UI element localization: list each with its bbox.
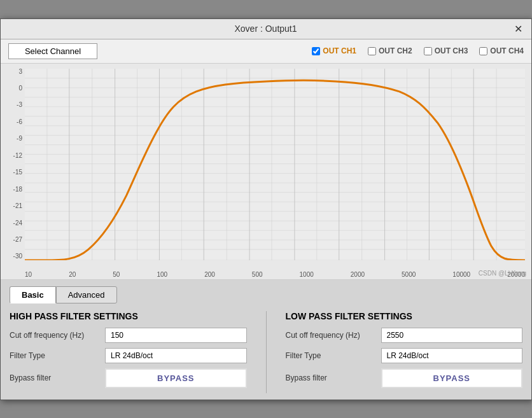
panel-divider xyxy=(266,311,267,393)
filter-panels: HIGH PASS FILTER SETTINGS Cut off freque… xyxy=(10,311,522,393)
high-pass-cutoff-label: Cut off frequency (Hz) xyxy=(10,331,99,340)
channel-option-ch1[interactable]: OUT CH1 xyxy=(312,46,356,55)
tab-basic[interactable]: Basic xyxy=(10,286,56,303)
x-label-50: 50 xyxy=(113,271,120,278)
x-label-1000: 1000 xyxy=(300,271,314,278)
channel-checkbox-ch3[interactable] xyxy=(424,47,432,55)
x-label-200: 200 xyxy=(204,271,215,278)
x-label-20: 20 xyxy=(69,271,76,278)
channel-checkbox-ch2[interactable] xyxy=(368,47,376,55)
high-pass-panel: HIGH PASS FILTER SETTINGS Cut off freque… xyxy=(10,311,247,393)
chart-canvas xyxy=(25,69,525,260)
y-label-n21: -21 xyxy=(13,203,22,209)
channel-checkbox-ch1[interactable] xyxy=(312,47,320,55)
high-pass-title: HIGH PASS FILTER SETTINGS xyxy=(10,311,247,321)
x-label-10: 10 xyxy=(25,271,32,278)
high-pass-bypass-label: Bypass filter xyxy=(10,373,99,382)
y-label-n30: -30 xyxy=(13,253,22,260)
window-title: Xover : Output1 xyxy=(20,24,512,34)
channel-option-ch4[interactable]: OUT CH4 xyxy=(479,46,524,55)
channel-options: OUT CH1 OUT CH2 OUT CH3 OUT CH4 xyxy=(312,46,524,55)
y-axis-labels: 3 0 -3 -6 -9 -12 -15 -18 -21 -24 -27 -30 xyxy=(1,69,25,260)
high-pass-type-input[interactable] xyxy=(105,348,247,363)
low-pass-bypass-label: Bypass filter xyxy=(286,373,375,382)
high-pass-type-label: Filter Type xyxy=(10,351,99,360)
tab-bar: Basic Advanced xyxy=(10,286,522,303)
high-pass-cutoff-row: Cut off frequency (Hz) xyxy=(10,328,247,343)
high-pass-cutoff-input[interactable] xyxy=(105,328,247,343)
low-pass-bypass-button[interactable]: BYPASS xyxy=(381,368,523,388)
y-label-n3: -3 xyxy=(17,102,22,108)
y-label-n9: -9 xyxy=(17,136,22,142)
x-label-100: 100 xyxy=(157,271,167,278)
select-channel-button[interactable]: Select Channel xyxy=(8,43,97,59)
low-pass-type-input[interactable] xyxy=(381,348,523,363)
y-label-n12: -12 xyxy=(13,153,22,159)
toolbar: Select Channel OUT CH1 OUT CH2 OUT CH3 O… xyxy=(1,39,531,64)
low-pass-cutoff-label: Cut off frequency (Hz) xyxy=(286,331,375,340)
y-label-n27: -27 xyxy=(13,237,22,243)
low-pass-type-row: Filter Type xyxy=(286,348,523,363)
y-label-n24: -24 xyxy=(13,220,22,226)
chart-svg xyxy=(25,69,525,260)
tab-advanced[interactable]: Advanced xyxy=(56,286,117,303)
channel-option-ch3[interactable]: OUT CH3 xyxy=(424,46,468,55)
high-pass-bypass-row: Bypass filter BYPASS xyxy=(10,368,247,388)
x-label-5000: 5000 xyxy=(402,271,416,278)
high-pass-type-row: Filter Type xyxy=(10,348,247,363)
y-label-3: 3 xyxy=(18,69,22,75)
x-label-500: 500 xyxy=(252,271,263,278)
x-axis-labels: 10 20 50 100 200 500 1000 2000 5000 1000… xyxy=(25,271,525,278)
bottom-panel: Basic Advanced HIGH PASS FILTER SETTINGS… xyxy=(1,280,531,400)
low-pass-panel: LOW PASS FILTER SETTINGS Cut off frequen… xyxy=(286,311,523,393)
x-label-2000: 2000 xyxy=(351,271,365,278)
y-label-n18: -18 xyxy=(13,186,22,193)
y-label-n6: -6 xyxy=(17,119,22,125)
low-pass-title: LOW PASS FILTER SETTINGS xyxy=(286,311,523,321)
high-pass-bypass-button[interactable]: BYPASS xyxy=(105,368,247,388)
low-pass-type-label: Filter Type xyxy=(286,351,375,360)
close-button[interactable]: ✕ xyxy=(512,23,525,35)
channel-option-ch2[interactable]: OUT CH2 xyxy=(368,46,412,55)
low-pass-cutoff-input[interactable] xyxy=(381,328,523,343)
y-label-0: 0 xyxy=(18,85,22,92)
channel-checkbox-ch4[interactable] xyxy=(479,47,487,55)
low-pass-cutoff-row: Cut off frequency (Hz) xyxy=(286,328,523,343)
watermark: CSDN @Li Kang xyxy=(479,270,526,277)
chart-area: 3 0 -3 -6 -9 -12 -15 -18 -21 -24 -27 -30… xyxy=(1,64,531,280)
title-bar: Xover : Output1 ✕ xyxy=(1,19,531,39)
low-pass-bypass-row: Bypass filter BYPASS xyxy=(286,368,523,388)
main-window: Xover : Output1 ✕ Select Channel OUT CH1… xyxy=(0,18,532,400)
x-label-10000: 10000 xyxy=(452,271,470,278)
y-label-n15: -15 xyxy=(13,169,22,176)
